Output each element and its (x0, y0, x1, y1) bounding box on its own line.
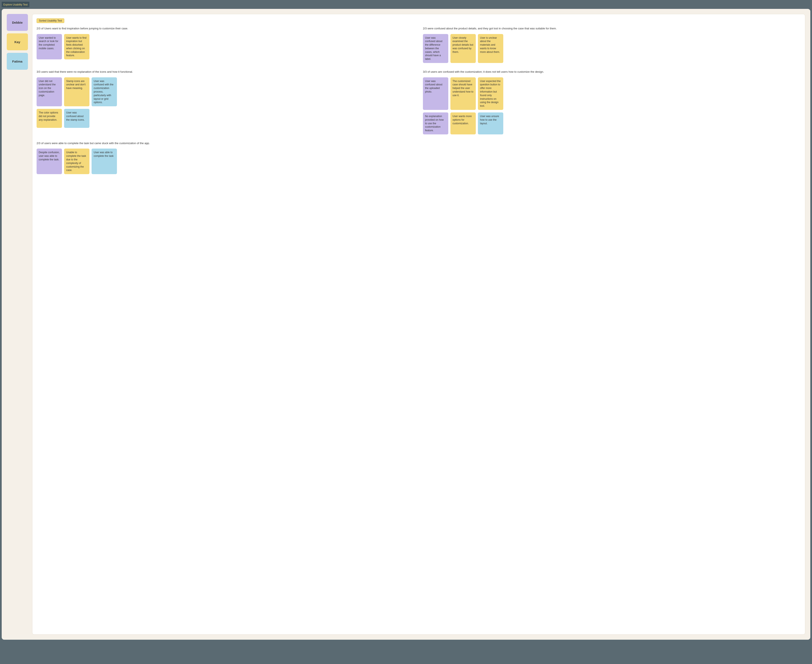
user-card-debbie: Debbie (7, 14, 28, 31)
sticky-card: User wants more options for customizatio… (450, 112, 476, 134)
sidebar: DebbieKayFatima (7, 14, 28, 635)
sticky-card: User is unclear about the materials and … (478, 34, 503, 63)
section-tag: Sorted Usability Test (37, 18, 64, 23)
sticky-card: The color options did not provide any ex… (37, 109, 62, 128)
sticky-card: User was confused about the difference b… (423, 34, 448, 63)
section-1-cards-row: User wanted to search or look for the co… (37, 34, 414, 60)
sticky-card: Unable to complete the task due to the c… (64, 148, 90, 174)
section-3-cards-row: The color options did not provide any ex… (37, 109, 414, 128)
sticky-card: User did not understand the icon on the … (37, 77, 62, 106)
top-bar: Explore Usability Test (2, 2, 29, 7)
section-2: 2/3 were confused about the product deta… (423, 26, 801, 63)
top-bar-label: Explore Usability Test (3, 3, 28, 6)
sticky-card: Despite confusion, user was able to comp… (37, 148, 62, 174)
sticky-card: User expected the question button to off… (478, 77, 503, 110)
user-card-kay: Kay (7, 33, 28, 50)
section-2-description: 2/3 were confused about the product deta… (423, 26, 801, 31)
section-3: 3/3 users said that there were no explan… (37, 70, 414, 134)
sticky-card: No explanation provided on how to use th… (423, 112, 448, 134)
section-4: 3/3 of users are confused with the custo… (423, 70, 801, 134)
sticky-card: User closely examined the product detail… (450, 34, 476, 63)
section-4-cards-row: No explanation provided on how to use th… (423, 112, 801, 134)
section-2-cards-row: User was confused about the difference b… (423, 34, 801, 63)
section-3-description: 3/3 users said that there were no explan… (37, 70, 414, 74)
bottom-section-cards-row: Despite confusion, user was able to comp… (37, 148, 801, 174)
user-card-fatima: Fatima (7, 53, 28, 70)
section-3-cards-row: User did not understand the icon on the … (37, 77, 414, 106)
sticky-card: The customized case should have helped t… (450, 77, 476, 110)
section-1: 2/3 of Users want to find inspiration be… (37, 26, 414, 63)
sticky-card: User wants to find inspiration but feels… (64, 34, 90, 60)
sticky-card: User was confused with the customization… (91, 77, 117, 106)
sections-grid: 2/3 of Users want to find inspiration be… (37, 26, 801, 134)
section-4-cards-row: User was confused about the uploaded pho… (423, 77, 801, 110)
main-container: DebbieKayFatima Sorted Usability Test 2/… (2, 9, 810, 640)
sticky-card: User was able to complete the task (91, 148, 117, 174)
sticky-card: Stamp icons are unclear and don't have m… (64, 77, 90, 106)
section-4-description: 3/3 of users are confused with the custo… (423, 70, 801, 74)
sticky-card: User was unsure how to use the layout. (478, 112, 503, 134)
bottom-section-description: 2/3 of users were able to complete the t… (37, 141, 801, 145)
sticky-card: User was confused about the uploaded pho… (423, 77, 448, 110)
sticky-card: User wanted to search or look for the co… (37, 34, 62, 60)
section-1-description: 2/3 of Users want to find inspiration be… (37, 26, 414, 31)
content-area: Sorted Usability Test 2/3 of Users want … (32, 14, 805, 635)
sticky-card: User was confused about the stamp icons. (64, 109, 90, 128)
bottom-section: 2/3 of users were able to complete the t… (37, 141, 801, 174)
